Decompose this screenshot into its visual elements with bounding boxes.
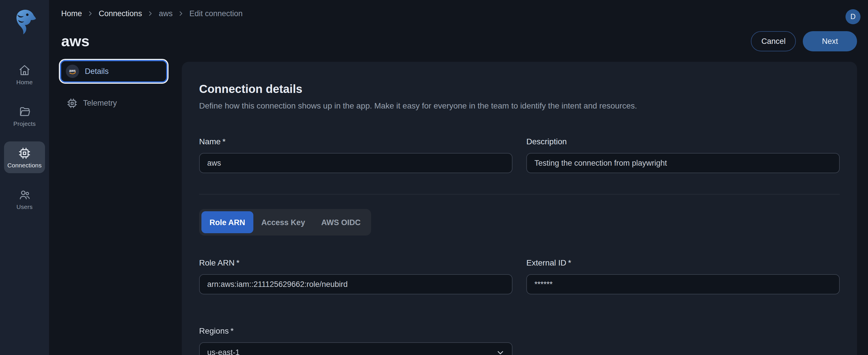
form-row-identity: Name * Description — [199, 137, 840, 173]
chevron-down-icon — [496, 348, 505, 355]
connection-section-tabs: aws Details Telemetry — [60, 60, 167, 114]
name-input[interactable] — [199, 153, 513, 173]
users-icon — [19, 188, 31, 201]
sidebar: Home Projects Connections — [0, 0, 49, 355]
breadcrumb-edit-connection: Edit connection — [189, 9, 243, 18]
chip-icon — [19, 147, 31, 159]
regions-label-text: Regions — [199, 326, 229, 335]
role-arn-field-group: Role ARN * — [199, 258, 513, 294]
description-label-text: Description — [526, 137, 567, 146]
app-logo[interactable] — [0, 7, 49, 35]
description-input[interactable] — [526, 153, 840, 173]
chip-icon — [67, 98, 78, 108]
sidebar-item-connections[interactable]: Connections — [4, 141, 45, 173]
breadcrumb-home[interactable]: Home — [61, 9, 82, 18]
sidebar-item-label: Users — [17, 203, 33, 210]
name-label: Name * — [199, 137, 513, 146]
regions-select-value: us-east-1 — [207, 348, 240, 355]
role-arn-label: Role ARN * — [199, 258, 513, 267]
sidebar-item-users[interactable]: Users — [4, 183, 45, 215]
external-id-field-group: External ID * — [526, 258, 840, 294]
required-asterisk: * — [568, 258, 571, 267]
sidebar-nav: Home Projects Connections — [0, 58, 49, 215]
chevron-right-icon — [147, 10, 154, 17]
description-field-group: Description — [526, 137, 840, 173]
auth-tab-aws-oidc[interactable]: AWS OIDC — [313, 211, 369, 233]
section-subtitle: Define how this connection shows up in t… — [199, 101, 840, 110]
regions-field-group: Regions * us-east-1 — [199, 326, 513, 355]
connection-details-panel: Connection details Define how this conne… — [182, 62, 857, 355]
auth-tab-access-key[interactable]: Access Key — [253, 211, 313, 233]
page-title: aws — [61, 32, 89, 50]
sidebar-item-label: Projects — [13, 120, 35, 127]
required-asterisk: * — [230, 326, 234, 335]
content-area: Home Connections aws Edit connection D a… — [49, 0, 868, 355]
sidebar-item-projects[interactable]: Projects — [4, 100, 45, 131]
tab-details[interactable]: aws Details — [60, 60, 167, 83]
aws-logo-text: aws — [69, 69, 76, 73]
tab-details-label: Details — [85, 67, 109, 76]
home-icon — [19, 64, 31, 76]
auth-tab-role-arn[interactable]: Role ARN — [202, 211, 253, 233]
section-divider — [199, 194, 840, 195]
role-arn-input[interactable] — [199, 274, 513, 294]
folder-icon — [19, 105, 31, 117]
breadcrumb-connections[interactable]: Connections — [99, 9, 142, 18]
description-label: Description — [526, 137, 840, 146]
section-title: Connection details — [199, 83, 840, 96]
aws-logo-icon: aws — [66, 65, 79, 78]
user-avatar[interactable]: D — [845, 9, 861, 24]
chevron-right-icon — [177, 10, 185, 17]
regions-label: Regions * — [199, 326, 513, 335]
eagle-logo-icon — [11, 7, 38, 35]
breadcrumb-aws[interactable]: aws — [159, 9, 173, 18]
name-label-text: Name — [199, 137, 221, 146]
cancel-button[interactable]: Cancel — [751, 31, 796, 51]
external-id-label-text: External ID — [526, 258, 566, 267]
tab-telemetry[interactable]: Telemetry — [60, 92, 167, 114]
header-actions: Cancel Next — [751, 31, 857, 51]
sidebar-item-label: Home — [17, 78, 33, 85]
app-window: Home Projects Connections — [0, 0, 868, 355]
external-id-label: External ID * — [526, 258, 840, 267]
role-arn-label-text: Role ARN — [199, 258, 235, 267]
auth-method-tabs: Role ARN Access Key AWS OIDC — [199, 209, 371, 236]
required-asterisk: * — [236, 258, 240, 267]
chevron-right-icon — [87, 10, 94, 17]
next-button[interactable]: Next — [803, 31, 857, 51]
breadcrumb: Home Connections aws Edit connection — [61, 9, 243, 18]
tab-telemetry-label: Telemetry — [83, 99, 117, 107]
sidebar-item-label: Connections — [7, 161, 42, 168]
regions-select[interactable]: us-east-1 — [199, 342, 513, 355]
required-asterisk: * — [222, 137, 226, 146]
form-row-credentials: Role ARN * External ID * Regions * — [199, 258, 840, 355]
external-id-input[interactable] — [526, 274, 840, 294]
sidebar-item-home[interactable]: Home — [4, 58, 45, 90]
name-field-group: Name * — [199, 137, 513, 173]
